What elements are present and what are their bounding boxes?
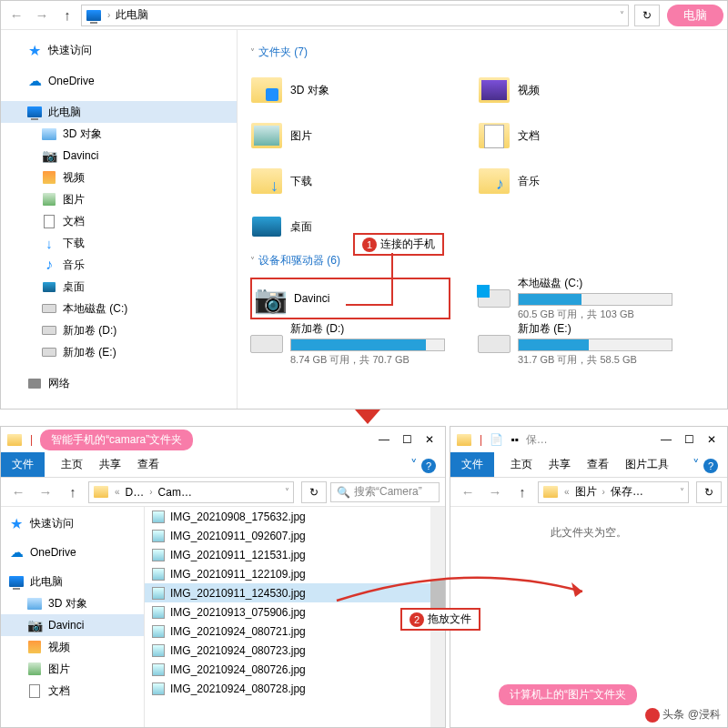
sidebar-drive-e[interactable]: 新加卷 (E:)	[1, 341, 237, 363]
close-button[interactable]: ✕	[707, 433, 716, 446]
path-box[interactable]: « D…› Cam… ˅	[88, 481, 294, 503]
folder-documents[interactable]: 文档	[478, 115, 678, 157]
tab-share[interactable]: 共享	[99, 457, 121, 472]
back-button[interactable]: ←	[5, 4, 28, 27]
section-devices[interactable]: ˅设备和驱动器 (6)	[250, 253, 714, 268]
search-input[interactable]: 🔍搜索“Camera”	[330, 482, 440, 502]
sidebar-item-label: 新加卷 (D:)	[63, 323, 116, 339]
file-name: IMG_20210913_075906.jpg	[170, 606, 306, 619]
close-button[interactable]: ✕	[425, 433, 434, 446]
ribbon-expand[interactable]: ˅ ?	[693, 457, 718, 473]
up-button[interactable]: ↑	[511, 480, 534, 504]
section-title: 文件夹 (7)	[258, 45, 308, 60]
save-icon[interactable]: 📄	[490, 433, 503, 446]
sidebar-videos[interactable]: 视频	[1, 167, 237, 188]
sidebar-drive-d[interactable]: 新加卷 (D:)	[1, 319, 237, 341]
section-title: 设备和驱动器 (6)	[258, 253, 340, 268]
path-segment[interactable]: 图片	[575, 484, 597, 500]
sidebar-item-label: 3D 对象	[48, 596, 87, 612]
refresh-button[interactable]: ↻	[301, 481, 327, 503]
tab-picture-tools[interactable]: 图片工具	[625, 457, 669, 472]
file-name: IMG_20210911_121531.jpg	[170, 549, 306, 561]
forward-button[interactable]: →	[483, 480, 507, 504]
tab-home[interactable]: 主页	[511, 457, 532, 472]
sidebar-item-label: 图片	[63, 192, 85, 207]
path-box[interactable]: › 此电脑 ˅	[81, 5, 629, 26]
sidebar-3d-objects[interactable]: 3D 对象	[1, 592, 144, 614]
sidebar-davinci[interactable]: 📷Davinci	[1, 145, 237, 167]
drive-e[interactable]: 新加卷 (E:)31.7 GB 可用，共 58.5 GB	[478, 323, 678, 365]
tab-home[interactable]: 主页	[61, 457, 83, 472]
sidebar-item-label: 文档	[63, 214, 85, 229]
path-segment[interactable]: Cam…	[158, 486, 192, 499]
sidebar-network[interactable]: 网络	[1, 372, 237, 394]
ribbon-expand[interactable]: ˅ ?	[410, 457, 436, 473]
sidebar-item-label: 此电脑	[30, 574, 63, 590]
annotation-pink-top: 电脑	[667, 5, 723, 26]
sidebar-downloads[interactable]: ↓下载	[1, 232, 237, 254]
minimize-button[interactable]: —	[661, 433, 672, 446]
help-icon[interactable]: ?	[703, 459, 718, 473]
up-button[interactable]: ↑	[56, 4, 79, 27]
sidebar-pictures[interactable]: 图片	[1, 658, 144, 680]
section-folders[interactable]: ˅文件夹 (7)	[250, 45, 714, 60]
folder-videos[interactable]: 视频	[478, 69, 678, 111]
image-file-icon	[152, 568, 165, 581]
sidebar-this-pc[interactable]: 此电脑	[1, 101, 237, 123]
forward-button[interactable]: →	[34, 480, 57, 504]
sidebar-pictures[interactable]: 图片	[1, 188, 237, 210]
tab-file[interactable]: 文件	[450, 452, 494, 477]
sidebar-documents[interactable]: 文档	[1, 210, 237, 232]
tab-share[interactable]: 共享	[549, 457, 571, 472]
back-button[interactable]: ←	[6, 480, 30, 504]
folder-pictures[interactable]: 图片	[250, 115, 450, 157]
breadcrumb[interactable]: 此电脑	[116, 7, 148, 23]
maximize-button[interactable]: ☐	[402, 433, 412, 446]
tab-file[interactable]: 文件	[1, 452, 45, 477]
refresh-button[interactable]: ↻	[696, 481, 722, 503]
sidebar-drive-c[interactable]: 本地磁盘 (C:)	[1, 298, 237, 319]
camera-icon: 📷	[41, 147, 57, 164]
sidebar-3d-objects[interactable]: 3D 对象	[1, 123, 237, 145]
ribbon: 文件 主页 共享 查看 图片工具 ˅ ?	[450, 452, 727, 478]
drive-c[interactable]: 本地磁盘 (C:)60.5 GB 可用，共 103 GB	[478, 278, 678, 319]
maximize-button[interactable]: ☐	[684, 433, 694, 446]
camera-icon: 📷	[26, 617, 43, 633]
sidebar-onedrive[interactable]: ☁OneDrive	[1, 541, 144, 563]
sidebar-documents[interactable]: 文档	[1, 680, 144, 702]
forward-button[interactable]: →	[30, 4, 54, 27]
file-row[interactable]: IMG_20210908_175632.jpg	[145, 507, 445, 526]
file-row[interactable]: IMG_20210911_124530.jpg	[145, 583, 445, 602]
file-row[interactable]: IMG_20210924_080723.jpg	[145, 641, 445, 660]
sidebar-desktop[interactable]: 桌面	[1, 276, 237, 298]
minimize-button[interactable]: —	[379, 433, 389, 446]
sidebar-davinci[interactable]: 📷Davinci	[1, 614, 144, 636]
file-row[interactable]: IMG_20210924_080726.jpg	[145, 660, 445, 679]
sidebar-quick-access[interactable]: ★快速访问	[1, 39, 237, 61]
refresh-button[interactable]: ↻	[634, 5, 660, 26]
folder-3d-objects[interactable]: 3D 对象	[250, 69, 450, 111]
sidebar-videos[interactable]: 视频	[1, 636, 144, 658]
back-button[interactable]: ←	[456, 480, 480, 504]
sidebar-onedrive[interactable]: ☁OneDrive	[1, 70, 237, 92]
drive-d[interactable]: 新加卷 (D:)8.74 GB 可用，共 70.7 GB	[250, 323, 450, 365]
file-row[interactable]: IMG_20210924_080728.jpg	[145, 679, 445, 698]
file-row[interactable]: IMG_20210911_092607.jpg	[145, 526, 445, 545]
sidebar-quick-access[interactable]: ★快速访问	[1, 512, 144, 534]
folder-music[interactable]: 音乐	[478, 160, 678, 202]
path-segment[interactable]: D…	[126, 486, 145, 499]
sidebar-music[interactable]: ♪音乐	[1, 254, 237, 276]
help-icon[interactable]: ?	[421, 459, 436, 473]
device-davinci[interactable]: 📷Davinci	[250, 278, 450, 319]
chevron-down-icon[interactable]: ˅	[620, 10, 624, 20]
avatar-icon	[645, 708, 660, 723]
path-box[interactable]: « 图片› 保存… ˅	[538, 481, 689, 503]
sidebar-this-pc[interactable]: 此电脑	[1, 571, 144, 592]
file-row[interactable]: IMG_20210911_122109.jpg	[145, 564, 445, 583]
folder-downloads[interactable]: 下载	[250, 160, 450, 202]
tab-view[interactable]: 查看	[137, 457, 159, 472]
tab-view[interactable]: 查看	[587, 457, 609, 472]
up-button[interactable]: ↑	[61, 480, 85, 504]
file-row[interactable]: IMG_20210911_121531.jpg	[145, 545, 445, 564]
path-segment[interactable]: 保存…	[611, 484, 643, 500]
